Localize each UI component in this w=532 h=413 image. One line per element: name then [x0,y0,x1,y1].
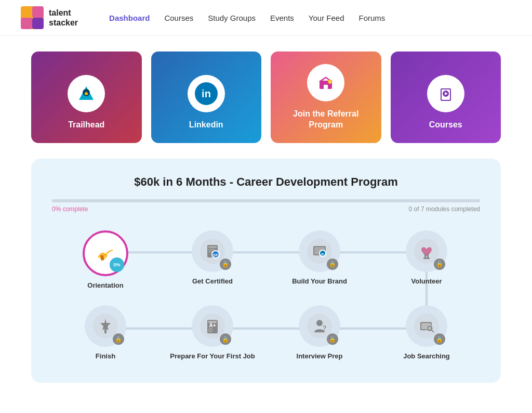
build-brand-lock: 🔒 [327,259,338,270]
main-content: Trailhead in Linkedin $ [0,36,532,398]
modules-row2: 🔒 Finish A+ [52,300,480,366]
header: talent stacker Dashboard Courses Study G… [0,0,532,36]
svg-rect-13 [324,85,328,89]
nav-events[interactable]: Events [270,14,294,22]
svg-text:?: ? [323,325,326,332]
module-prepare[interactable]: A+ 🔒 Prepare For Your First Job [159,300,266,366]
svg-rect-1 [21,18,32,29]
module-build-brand[interactable]: in 🔒 Build Your Brand [266,225,373,295]
career-section: $60k in 6 Months - Career Development Pr… [31,159,501,383]
trailhead-label: Trailhead [68,120,104,131]
get-certified-lock: 🔒 [220,259,231,270]
card-courses[interactable]: Courses [391,51,501,143]
module-orientation[interactable]: 0% Orientation [52,225,159,295]
progress-labels: 0% complete 0 of 7 modules completed [52,205,480,213]
svg-text:SF: SF [213,253,218,257]
svg-point-8 [85,92,88,95]
job-searching-label: Job Searching [403,352,450,361]
linkedin-icon: in [195,82,218,105]
courses-icon-circle [427,75,464,112]
svg-rect-44 [104,328,107,333]
nav-study-groups[interactable]: Study Groups [208,14,256,22]
svg-rect-41 [427,253,429,257]
svg-text:in: in [321,252,324,255]
trailhead-icon [75,82,98,105]
referral-icon: $ [314,71,337,94]
trailhead-icon-circle [68,75,105,112]
prepare-label: Prepare For Your First Job [170,352,255,361]
volunteer-lock: 🔒 [434,259,445,270]
finish-lock: 🔒 [113,333,124,345]
svg-rect-42 [423,257,430,259]
volunteer-circle: 🔒 [406,230,447,272]
career-title: $60k in 6 Months - Career Development Pr… [52,175,480,189]
svg-text:in: in [202,88,211,99]
linkedin-icon-circle: in [188,75,225,112]
module-job-searching[interactable]: 🔒 Job Searching [373,300,480,366]
modules-container: 0% Orientation SF [52,225,480,367]
prepare-circle: A+ 🔒 [192,305,233,347]
volunteer-label: Volunteer [411,277,442,286]
nav-forums[interactable]: Forums [359,14,385,22]
prepare-lock: 🔒 [220,333,231,345]
get-certified-circle: SF 🔒 [192,230,233,272]
progress-pct-label: 0% complete [52,205,88,213]
module-get-certified[interactable]: SF 🔒 Get Certified [159,225,266,295]
module-volunteer[interactable]: 🔒 Volunteer [373,225,480,295]
svg-rect-40 [424,253,426,257]
modules-count-label: 0 of 7 modules completed [409,205,480,213]
svg-rect-2 [32,18,44,29]
nav-dashboard[interactable]: Dashboard [109,14,150,22]
svg-point-52 [316,320,323,326]
feature-cards: Trailhead in Linkedin $ [31,51,501,143]
job-searching-lock: 🔒 [434,333,445,345]
modules-row1: 0% Orientation SF [52,225,480,295]
build-brand-circle: in 🔒 [299,230,340,272]
job-searching-circle: 🔒 [406,305,447,347]
progress-track [52,199,480,202]
card-trailhead[interactable]: Trailhead [31,51,142,143]
logo[interactable]: talent stacker [21,6,78,29]
orientation-label: Orientation [87,281,123,290]
svg-text:A+: A+ [209,322,216,328]
finish-label: Finish [96,352,115,361]
get-certified-label: Get Certified [192,277,233,286]
referral-icon-circle: $ [307,64,344,101]
svg-rect-29 [208,246,217,248]
build-brand-label: Build Your Brand [292,277,347,286]
svg-rect-30 [208,249,215,250]
interview-label: Interview Prep [297,352,343,361]
finish-circle: 🔒 [85,305,126,347]
card-referral[interactable]: $ Join the Referral Program [271,51,381,143]
module-finish[interactable]: 🔒 Finish [52,300,159,366]
nav-your-feed[interactable]: Your Feed [309,14,344,22]
logo-text: talent stacker [49,8,78,28]
orientation-circle: 0% [83,230,128,276]
logo-icon [21,6,44,29]
main-nav: Dashboard Courses Study Groups Events Yo… [109,14,385,22]
module-interview[interactable]: ? 🔒 Interview Prep [266,300,373,366]
interview-circle: ? 🔒 [299,305,340,347]
svg-rect-4 [32,6,44,18]
nav-courses[interactable]: Courses [164,14,193,22]
referral-label: Join the Referral Program [279,109,373,131]
orientation-pct: 0% [110,257,124,272]
svg-point-58 [428,327,431,330]
svg-text:$: $ [329,80,331,84]
progress-bar-wrap [52,199,480,202]
courses-label: Courses [429,120,462,131]
interview-lock: 🔒 [327,333,338,345]
courses-icon [434,82,457,105]
card-linkedin[interactable]: in Linkedin [151,51,262,143]
svg-rect-3 [21,6,32,18]
svg-point-50 [209,329,211,331]
linkedin-label: Linkedin [189,120,223,131]
